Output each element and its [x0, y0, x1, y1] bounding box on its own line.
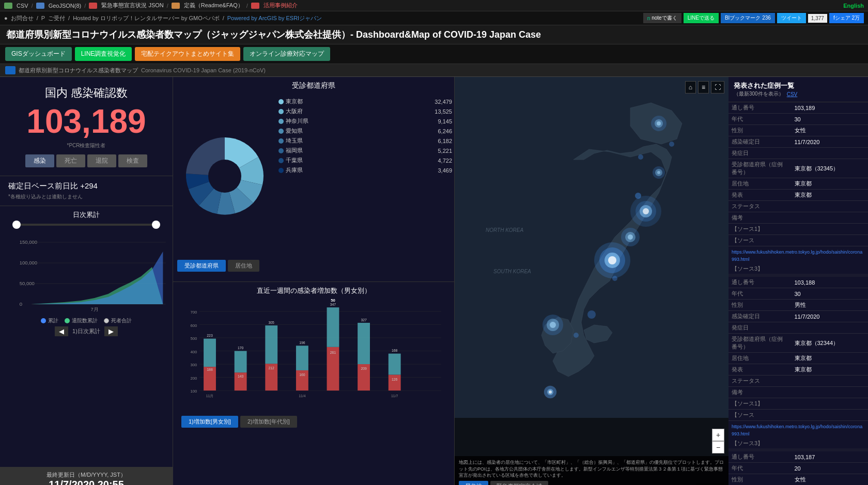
hosted-link[interactable]: Hosted by ロリポップ！レンタルサーバー by GMOペパボ [73, 14, 220, 22]
usecase-link[interactable]: 活用事例紹介 [264, 2, 298, 9]
legend-label-1: 大阪府 [286, 107, 303, 115]
case-url-1: https://www.fukushihoken.metro.tokyo.lg.… [729, 246, 868, 264]
receipt-link[interactable]: ご受付 [48, 14, 65, 22]
svg-text:11/7: 11/7 [391, 394, 398, 398]
legend-value-4: 6,182 [438, 138, 452, 144]
tab-online[interactable]: オンライン診療対応マップ [243, 47, 330, 61]
weekly-tab-1[interactable]: 2)増加数[年代別] [240, 416, 297, 428]
case-row: 備考 [729, 212, 868, 224]
legend-row-0: 東京都 32,479 [278, 97, 452, 106]
legend-row-1: 大阪府 13,525 [278, 106, 452, 116]
map-tab-0[interactable]: 居住地 [459, 481, 488, 485]
case-table-2: 通し番号103,188 年代30 性別男性 感染確定日11/7/2020 発症日… [729, 277, 868, 421]
pref-tab-1[interactable]: 居住地 [228, 260, 259, 272]
svg-point-73 [574, 333, 579, 338]
main-title-bar: 都道府県別新型コロナウイルス感染者数マップ（ジャッグジャパン株式会社提供）- D… [0, 25, 868, 44]
legend-value-2: 9,145 [438, 118, 452, 124]
legend-color-6 [278, 158, 284, 163]
legend-death: 死者合計 [104, 317, 132, 324]
share-button[interactable]: fシェア 2万 [829, 13, 864, 23]
tab-recovery[interactable]: 退院 [87, 154, 116, 167]
bar-f-3 [265, 325, 277, 364]
map-list-btn[interactable]: ≡ [698, 81, 709, 93]
case-csv-link[interactable]: CSV [787, 91, 798, 97]
tab-death[interactable]: 死亡 [56, 154, 85, 167]
geojson-link[interactable]: GeoJSON(8) [49, 3, 82, 9]
legend-label-total: 累計 [48, 317, 58, 324]
case-row: 感染確定日11/7/2020 [729, 136, 868, 148]
zoom-out-btn[interactable]: − [712, 441, 724, 453]
tab-test[interactable]: 検査 [118, 154, 147, 167]
note-button[interactable]: n noteで書く [643, 13, 681, 23]
svg-text:327: 327 [361, 318, 367, 322]
second-nav: ● お問合せ / P ご受付 / Hosted by ロリポップ！レンタルサーバ… [4, 14, 322, 22]
tweet-button[interactable]: ツイート [777, 13, 806, 23]
chart-title: 日次累計 [4, 210, 168, 220]
svg-text:7月: 7月 [91, 307, 99, 312]
legend-value-0: 32,479 [435, 99, 452, 105]
emergency-link[interactable]: 緊急事態宣言状況 JSON [101, 2, 163, 9]
english-link[interactable]: English [843, 3, 864, 9]
slider-right[interactable] [152, 221, 160, 229]
contact-link[interactable]: お問合せ [11, 14, 34, 22]
svg-text:168: 168 [392, 349, 398, 352]
line-button[interactable]: LINEで送る [684, 13, 719, 23]
svg-point-69 [549, 390, 552, 394]
tab-gis[interactable]: GISダッシュボード [5, 47, 72, 61]
svg-point-75 [669, 142, 674, 147]
powered-link[interactable]: Powered by ArcGIS by ESRIジャパン [227, 14, 322, 22]
chart-prev-btn[interactable]: ◀ [55, 326, 68, 336]
zoom-in-btn[interactable]: + [712, 429, 724, 441]
last-update-label: 最終更新日（M/D/YYYY, JST） [4, 471, 168, 479]
chart-section: 日次累計 150,000 100,000 50,000 0 [0, 206, 173, 467]
definition-link[interactable]: 定義（Readme&FAQ） [184, 2, 243, 9]
case-row: 【ソース [729, 235, 868, 246]
map-home-btn[interactable]: ⌂ [685, 81, 696, 93]
top-nav-bar: CSV / GeoJSON(8) / 緊急事態宣言状況 JSON / 定義（Re… [0, 0, 868, 11]
japan-map: NORTH KOREA SOUTH KOREA [455, 77, 729, 418]
case-row: 感染確定日11/7/2020 [729, 311, 868, 322]
svg-text:261: 261 [330, 351, 336, 354]
bar-f-4 [296, 346, 308, 370]
bar-f-6 [358, 323, 370, 364]
left-panel: 国内 感染確認数 103,189 *PCR検査陽性者 感染 死亡 退院 検査 確… [0, 77, 173, 485]
tab-infection[interactable]: 感染 [25, 154, 54, 167]
breadcrumb-bar: 都道府県別新型コロナウイルス感染者数マップ Coronavirus COVID-… [0, 64, 868, 77]
svg-text:305: 305 [269, 321, 275, 324]
svg-rect-43 [455, 77, 729, 418]
chart-nav: ◀ 1)日次累計 ▶ [4, 324, 168, 338]
svg-point-60 [550, 322, 556, 328]
svg-text:0: 0 [20, 302, 22, 307]
case-row: 発症日 [729, 322, 868, 334]
legend-row-6: 千葉県 4,722 [278, 155, 452, 165]
case-row: 性別女性 [729, 474, 868, 486]
breadcrumb-sub: Coronavirus COVID-19 Japan Case (2019-nC… [141, 67, 266, 73]
p-logo: P [41, 15, 45, 21]
tab-line[interactable]: LINE調査視覚化 [75, 47, 132, 61]
map-tab-1[interactable]: 緊急事態宣言令域 [490, 481, 548, 485]
chart-next-btn[interactable]: ▶ [104, 326, 118, 336]
slider-left[interactable] [12, 221, 21, 229]
breadcrumb-icon [5, 66, 16, 74]
case-row: 通し番号103,188 [729, 277, 868, 288]
case-list-title: 発表された症例一覧 [734, 81, 863, 90]
csv-link[interactable]: CSV [17, 3, 28, 9]
case-row: 年代30 [729, 114, 868, 125]
case-row: 発表東京都 [729, 364, 868, 376]
case-row: ステータス [729, 201, 868, 212]
chart-slider[interactable] [4, 224, 168, 234]
map-expand-btn[interactable]: ⛶ [711, 81, 724, 93]
case-row: 居住地東京都 [729, 353, 868, 364]
bookmark-button[interactable]: BIブックマーク 236 [721, 13, 775, 23]
svg-text:160: 160 [299, 373, 305, 377]
svg-text:300: 300 [191, 363, 197, 367]
svg-text:SOUTH KOREA: SOUTH KOREA [493, 269, 531, 274]
daily-change-section: 確定日ベース前日比 +294 *各種絞り込みとは連動しません [0, 176, 173, 206]
svg-point-74 [638, 154, 643, 160]
tab-delivery[interactable]: 宅配テイクアウトまとめサイト集 [135, 47, 240, 61]
case-link-1[interactable]: https://www.fukushihoken.metro.tokyo.lg.… [732, 249, 862, 262]
case-link-2[interactable]: https://www.fukushihoken.metro.tokyo.lg.… [732, 424, 862, 436]
weekly-tab-0[interactable]: 1)増加数[男女別] [181, 416, 238, 428]
case-row: 【ソース1】 [729, 398, 868, 410]
pref-tab-0[interactable]: 受診都道府県 [177, 260, 226, 272]
